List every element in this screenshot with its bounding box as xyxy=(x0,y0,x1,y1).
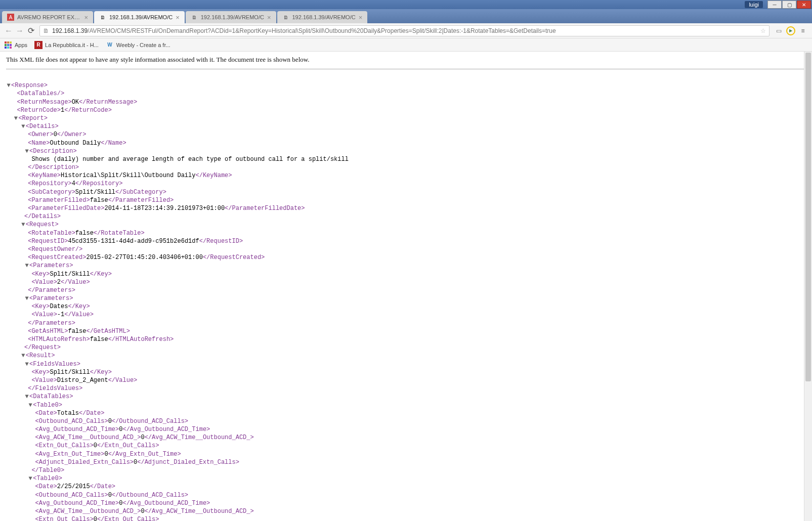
xml-value: Split/Skill xyxy=(50,369,90,376)
tab-avremo-cms-2[interactable]: 🗎 192.168.1.39/AVREMO/C × xyxy=(186,11,276,23)
window-maximize-button[interactable]: ▢ xyxy=(782,1,796,9)
repubblica-icon: R xyxy=(34,41,42,49)
apps-grid-icon xyxy=(4,41,12,49)
toggle-icon[interactable]: ▼ xyxy=(13,114,18,122)
xml-notice: This XML file does not appear to have an… xyxy=(6,56,806,69)
tab-title: AVREMO REPORT EXPLO xyxy=(17,14,81,20)
xml-value: 2/25/2015 xyxy=(57,483,90,490)
xml-value: 2015-02-27T01:45:20.403406+01:00 xyxy=(86,254,202,261)
toggle-icon[interactable]: ▼ xyxy=(21,352,26,360)
xml-value: false xyxy=(90,336,108,343)
xml-value: Historical\Split/Skill\Outbound Daily xyxy=(61,172,195,179)
window-close-button[interactable]: ✕ xyxy=(797,1,811,9)
xml-value: Dates xyxy=(50,303,68,310)
forward-button[interactable]: → xyxy=(14,25,25,36)
xml-value: Outbound Daily xyxy=(50,140,101,147)
url-path: /AVREMO/CMS/RESTFul/OnDemandReport?ACDid… xyxy=(88,27,556,34)
window-minimize-button[interactable]: ─ xyxy=(767,1,782,9)
xml-value: Split/Skill xyxy=(75,189,115,196)
xml-value: Totals xyxy=(57,410,79,417)
xml-value: 0 xyxy=(141,508,144,515)
xml-value: -1 xyxy=(57,311,64,318)
bookmark-weebly[interactable]: W Weebly - Create a fr... xyxy=(106,41,170,49)
bookmark-label: La Repubblica.it - H... xyxy=(45,42,99,48)
tab-title: 192.168.1.39/AVREMO/C xyxy=(292,14,356,20)
tab-avremo-report[interactable]: A AVREMO REPORT EXPLO × xyxy=(2,11,93,23)
tab-close-icon[interactable]: × xyxy=(267,14,271,21)
page-content: This XML file does not appear to have an… xyxy=(0,52,812,521)
xml-value: Distro_2_Agent xyxy=(57,377,108,384)
page-icon: 🗎 xyxy=(191,14,198,21)
xml-value: Split/Skill xyxy=(50,271,90,278)
toggle-icon[interactable]: ▼ xyxy=(28,401,33,409)
xml-value: 0 xyxy=(141,434,144,441)
device-icon[interactable]: ▭ xyxy=(773,25,785,37)
xml-value: 2014-11-18T23:14:39.2101973+01:00 xyxy=(104,205,225,212)
xml-value: false xyxy=(75,230,94,237)
xml-value: Shows (daily) number and average length … xyxy=(31,156,349,163)
tab-avremo-cms-active[interactable]: 🗎 192.168.1.39/AVREMO/C × xyxy=(94,11,185,23)
url-text: 192.168.1.39/AVREMO/CMS/RESTFul/OnDemand… xyxy=(52,27,757,34)
bookmarks-bar: Apps R La Repubblica.it - H... W Weebly … xyxy=(0,38,812,52)
toggle-icon[interactable]: ▼ xyxy=(24,262,29,270)
toggle-icon[interactable]: ▼ xyxy=(24,393,29,401)
tab-close-icon[interactable]: × xyxy=(84,14,88,21)
xml-value: false xyxy=(68,328,86,335)
xml-value: 0 xyxy=(94,516,97,521)
bookmark-star-icon[interactable]: ☆ xyxy=(760,27,766,34)
xml-value: 0 xyxy=(108,492,112,499)
tab-avremo-cms-3[interactable]: 🗎 192.168.1.39/AVREMO/C × xyxy=(277,11,368,23)
tab-close-icon[interactable]: × xyxy=(176,14,180,21)
xml-value: false xyxy=(90,197,108,204)
tab-title: 192.168.1.39/AVREMO/C xyxy=(201,14,264,20)
bookmark-label: Weebly - Create a fr... xyxy=(116,42,170,48)
bookmark-repubblica[interactable]: R La Repubblica.it - H... xyxy=(34,41,99,49)
address-bar[interactable]: 🗎 192.168.1.39/AVREMO/CMS/RESTFul/OnDema… xyxy=(39,25,770,36)
vertical-scrollbar[interactable] xyxy=(804,52,812,521)
url-host: 192.168.1.39 xyxy=(52,27,88,34)
weebly-icon: W xyxy=(106,41,114,49)
xml-value: 2 xyxy=(57,279,61,286)
page-icon: 🗎 xyxy=(282,14,289,21)
xml-value: 0 xyxy=(54,131,57,138)
xml-value: 45cd3155-1311-4d4d-add9-c951b2e6d1df xyxy=(68,238,199,245)
toggle-icon[interactable]: ▼ xyxy=(24,147,29,155)
xml-value: 4 xyxy=(72,180,75,187)
page-icon: 🗎 xyxy=(99,14,106,21)
menu-icon[interactable]: ≡ xyxy=(797,25,809,37)
user-badge[interactable]: luigi xyxy=(745,1,763,8)
xml-value: 0 xyxy=(94,442,97,449)
back-button[interactable]: ← xyxy=(3,25,14,36)
tab-close-icon[interactable]: × xyxy=(359,14,363,21)
toggle-icon[interactable]: ▼ xyxy=(21,221,26,229)
reload-button[interactable]: ⟳ xyxy=(25,25,36,36)
toggle-icon[interactable]: ▼ xyxy=(24,294,29,302)
bookmark-label: Apps xyxy=(15,42,27,48)
apps-button[interactable]: Apps xyxy=(4,41,27,49)
xml-tree: ▼<Response> <DataTables/> <ReturnMessage… xyxy=(6,73,806,521)
play-extension-icon[interactable]: ▶ xyxy=(785,25,797,37)
xml-value: OK xyxy=(72,99,79,106)
xml-value: 0 xyxy=(108,418,112,425)
browser-toolbar: ← → ⟳ 🗎 192.168.1.39/AVREMO/CMS/RESTFul/… xyxy=(0,23,812,38)
tab-title: 192.168.1.39/AVREMO/C xyxy=(109,14,173,20)
scrollbar-thumb[interactable] xyxy=(805,53,811,381)
xml-value: 0 xyxy=(104,451,108,458)
favicon-a-icon: A xyxy=(7,14,14,21)
page-icon: 🗎 xyxy=(43,27,49,34)
toggle-icon[interactable]: ▼ xyxy=(28,474,33,483)
toggle-icon[interactable]: ▼ xyxy=(6,81,11,90)
toggle-icon[interactable]: ▼ xyxy=(24,360,29,368)
tab-strip: A AVREMO REPORT EXPLO × 🗎 192.168.1.39/A… xyxy=(0,9,812,23)
toggle-icon[interactable]: ▼ xyxy=(21,122,26,131)
window-title-bar: luigi ─ ▢ ✕ xyxy=(0,0,812,9)
